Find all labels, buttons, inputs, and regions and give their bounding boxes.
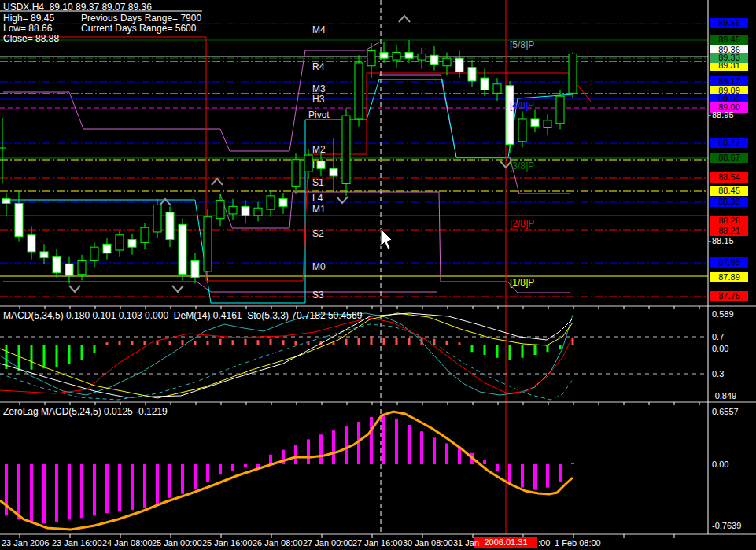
murrey-level-label: H3 bbox=[312, 94, 324, 105]
close-label: Close= 88.88 bbox=[3, 34, 59, 44]
price-tag: 88.28 bbox=[710, 216, 748, 226]
time-label: 23 Jan 2006 bbox=[2, 538, 50, 548]
chart-window[interactable]: USDX,H4 89.10 89.37 89.07 89.36 High= 89… bbox=[0, 0, 756, 550]
price-tag: 89.33 bbox=[710, 53, 748, 63]
time-label: 30 Jan 08:00 bbox=[403, 538, 453, 548]
price-tag: 87.98 bbox=[710, 257, 748, 268]
symbol-ohlc-line: USDX,H4 89.10 89.37 89.07 89.36 bbox=[3, 2, 152, 13]
price-tag: 89.56 bbox=[710, 18, 748, 28]
zerolag-scale-label: -0.7639 bbox=[712, 521, 741, 531]
fraction-level-label: [2/8]P bbox=[510, 218, 534, 229]
price-tag: 88.21 bbox=[710, 226, 748, 236]
fraction-level-label: [5/8]P bbox=[510, 39, 534, 50]
time-label: 27 Jan 16:00 bbox=[352, 538, 403, 548]
zerolag-scale-label: 0.00 bbox=[712, 460, 728, 470]
time-label: 25 Jan 00:00 bbox=[152, 538, 202, 548]
murrey-level-label: M2 bbox=[312, 144, 326, 155]
zerolag-scale-label: 0.6557 bbox=[712, 407, 739, 417]
current-time-highlight: 2006.01.31 19:30 bbox=[474, 537, 537, 548]
time-label: 1 Feb 08:00 bbox=[555, 538, 601, 548]
price-tag: 88.67 bbox=[710, 153, 748, 163]
murrey-level-label: Pivot bbox=[308, 109, 330, 120]
price-tag: 87.89 bbox=[710, 272, 748, 282]
chart-canvas[interactable] bbox=[0, 0, 756, 550]
murrey-level-label: M0 bbox=[312, 261, 326, 272]
price-tag: 88.45 bbox=[710, 186, 748, 196]
macd-panel-label: MACD(5,34,5) 0.180 0.101 0.103 0.000 DeM… bbox=[3, 310, 362, 321]
fraction-level-label: [4/8]P bbox=[510, 100, 534, 111]
price-tag: 88.38 bbox=[710, 197, 748, 207]
macd-scale-label: 0.589 bbox=[712, 309, 734, 319]
price-tag: 88.54 bbox=[710, 172, 748, 183]
murrey-level-label: L3 bbox=[312, 160, 323, 171]
price-scale-label: 88.95 bbox=[712, 110, 734, 120]
time-label: :00 bbox=[538, 538, 550, 548]
murrey-level-label: M1 bbox=[312, 204, 326, 215]
murrey-level-label: S2 bbox=[312, 228, 324, 239]
macd-scale-label: -0.849 bbox=[712, 391, 736, 401]
fraction-level-label: [3/8]P bbox=[510, 161, 534, 172]
macd-scale-label: 0.3 bbox=[712, 369, 724, 379]
mouse-cursor bbox=[381, 229, 392, 249]
macd-scale-label: 0.7 bbox=[712, 332, 724, 342]
fraction-level-label: [1/8]P bbox=[510, 277, 534, 288]
zerolag-panel-label: ZeroLag MACD(5,24,5) 0.0125 -0.1219 bbox=[3, 406, 168, 417]
murrey-level-label: L4 bbox=[312, 193, 323, 204]
time-label: 23 Jan 16:00 bbox=[52, 538, 102, 548]
curr-range-label: Current Days Range= 5600 bbox=[81, 24, 196, 34]
price-tag: 87.75 bbox=[710, 291, 748, 301]
murrey-level-label: M4 bbox=[312, 24, 326, 35]
murrey-level-label: M3 bbox=[312, 83, 326, 94]
price-tag: 88.77 bbox=[710, 138, 748, 148]
price-scale-label: 88.15 bbox=[712, 236, 734, 246]
time-label: 24 Jan 08:00 bbox=[102, 538, 153, 548]
murrey-level-label: S1 bbox=[312, 177, 324, 188]
time-label: 26 Jan 08:00 bbox=[253, 538, 303, 548]
time-label: 27 Jan 00:00 bbox=[303, 538, 353, 548]
time-label: 31 Jan bbox=[453, 538, 479, 548]
macd-scale-label: 0.00 bbox=[712, 344, 728, 354]
time-label: 25 Jan 16:00 bbox=[202, 538, 253, 548]
murrey-level-label: S3 bbox=[312, 290, 324, 301]
murrey-level-label: R4 bbox=[312, 61, 324, 72]
price-tag: 89.45 bbox=[710, 35, 748, 45]
